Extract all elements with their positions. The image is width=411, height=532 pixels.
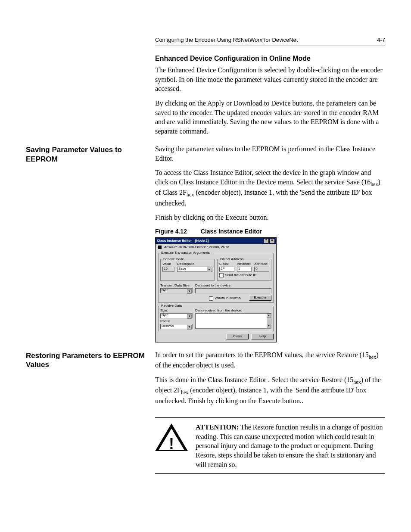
- intro-paragraph-2: By clicking on the Apply or Download to …: [155, 99, 385, 136]
- label-data-sent: Data sent to the device:: [195, 284, 271, 288]
- help-icon[interactable]: ?: [263, 238, 269, 243]
- label-rx-size: Size:: [160, 309, 193, 313]
- values-decimal-label: Values in decimal: [215, 296, 241, 300]
- scroll-up-icon[interactable]: ▲: [267, 314, 271, 318]
- saving-paragraph-3: Finish by clicking on the Execute button…: [155, 213, 385, 222]
- class-field[interactable]: 2F: [219, 267, 234, 272]
- device-name: Absolute Multi-Turn Encoder, 60mm, 26 bi…: [164, 246, 229, 249]
- attribute-field: 0: [254, 267, 269, 272]
- saving-paragraph-2: To access the Class Instance Editor, sel…: [155, 168, 385, 208]
- send-attribute-checkbox[interactable]: Send the attribute ID: [219, 273, 256, 277]
- figure-caption: Figure 4.12 Class Instance Editor: [155, 227, 385, 236]
- send-attribute-label: Send the attribute ID: [225, 274, 256, 277]
- label-attribute: Attribute:: [254, 262, 269, 266]
- scroll-down-icon[interactable]: ▼: [267, 324, 271, 328]
- label-value: Value: [162, 262, 174, 266]
- saving-paragraph-1: Saving the parameter values to the EEPRO…: [155, 144, 385, 163]
- radix-combo[interactable]: Decimal: [160, 324, 193, 329]
- values-decimal-checkbox[interactable]: Values in decimal: [209, 296, 241, 301]
- label-data-received: Data received from the device:: [195, 309, 271, 313]
- instance-field[interactable]: 1: [237, 267, 252, 272]
- checkbox-icon: [219, 273, 224, 277]
- heading-enhanced-online: Enhanced Device Configuration in Online …: [155, 54, 385, 63]
- data-received-area: ▲ ▼: [195, 313, 271, 329]
- legend-service-code: Service Code: [162, 258, 185, 261]
- intro-paragraph-1: The Enhanced Device Configuration is sel…: [155, 65, 385, 93]
- transmit-size-combo: Byte: [160, 288, 193, 293]
- label-class: Class:: [219, 262, 234, 266]
- close-button[interactable]: Close: [226, 334, 249, 339]
- label-description: Description: [177, 262, 212, 266]
- figure-title: Class Instance Editor: [201, 228, 262, 235]
- dialog-titlebar: Class Instance Editor - [Node 2] ? ×: [156, 238, 276, 244]
- device-row: Absolute Multi-Turn Encoder, 60mm, 26 bi…: [158, 246, 274, 249]
- group-execute-args: Execute Transaction Arguments Service Co…: [158, 251, 274, 303]
- attention-block: ! ATTENTION: The Restore function result…: [155, 417, 385, 474]
- group-service-code: Service Code Value 16 Description Save: [160, 258, 215, 281]
- side-heading-saving: Saving Parameter Values to EEPROM: [26, 144, 155, 342]
- attention-text: ATTENTION: The Restore function results …: [196, 423, 385, 469]
- running-header: Configuring the Encoder Using RSNetWorx …: [155, 36, 385, 46]
- figure-number: Figure 4.12: [155, 228, 187, 235]
- data-sent-field: [195, 288, 271, 293]
- legend-receive-data: Receive Data: [160, 304, 183, 308]
- legend-execute-args: Execute Transaction Arguments: [160, 251, 211, 255]
- label-radix: Radix:: [160, 320, 193, 324]
- header-page-number: 4-7: [377, 36, 385, 44]
- class-instance-editor-dialog: Class Instance Editor - [Node 2] ? × Abs…: [155, 237, 277, 342]
- help-button[interactable]: Help: [251, 334, 274, 339]
- label-transmit-size: Transmit Data Size:: [160, 284, 193, 288]
- description-combo[interactable]: Save: [177, 267, 212, 272]
- scrollbar[interactable]: ▲ ▼: [267, 314, 271, 328]
- group-receive-data: Receive Data Size: Byte Radix: Decimal D…: [158, 304, 274, 331]
- attention-lead: ATTENTION:: [196, 423, 239, 431]
- checkbox-icon: [209, 296, 213, 301]
- close-icon[interactable]: ×: [269, 238, 275, 243]
- restoring-paragraph-1: In order to set the parameters to the EE…: [155, 350, 385, 370]
- header-chapter-title: Configuring the Encoder Using RSNetWorx …: [155, 36, 298, 44]
- group-object-address: Object Address Class: 2F Instance: 1: [217, 258, 271, 281]
- rx-size-combo[interactable]: Byte: [160, 313, 193, 318]
- device-icon: [158, 246, 162, 249]
- restoring-paragraph-2: This is done in the Class Instance Edito…: [155, 375, 385, 405]
- label-instance: Instance:: [237, 262, 252, 266]
- dialog-title: Class Instance Editor - [Node 2]: [157, 239, 263, 243]
- value-field: 16: [162, 267, 174, 272]
- legend-object-address: Object Address: [219, 258, 244, 261]
- side-heading-restoring: Restoring Parameters to EEPROM Values: [26, 350, 155, 474]
- warning-icon: !: [155, 423, 188, 451]
- execute-button[interactable]: Execute: [249, 295, 271, 301]
